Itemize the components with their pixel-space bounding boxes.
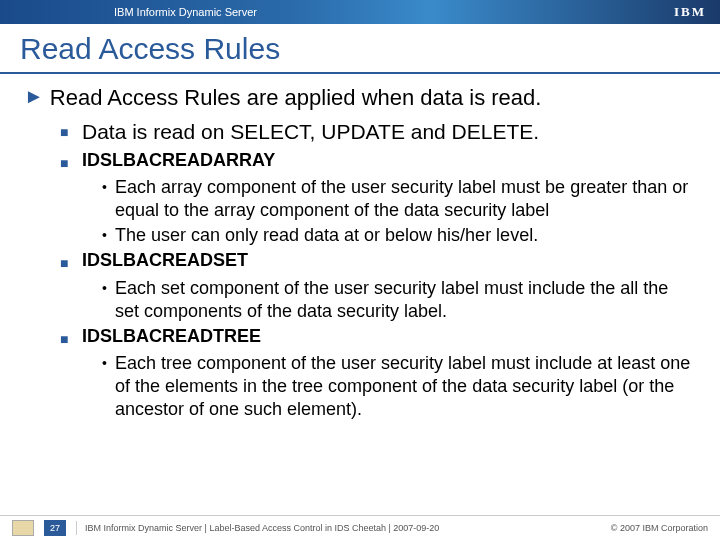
rule-block: ■ IDSLBACREADTREE (60, 325, 696, 348)
rule-point-text: Each set component of the user security … (115, 277, 696, 323)
header-product-title: IBM Informix Dynamic Server (114, 6, 257, 18)
rule-point-text: Each array component of the user securit… (115, 176, 696, 222)
rule-point: • Each tree component of the user securi… (102, 352, 696, 421)
rule-point: • Each set component of the user securit… (102, 277, 696, 323)
square-icon: ■ (60, 155, 72, 171)
square-icon: ■ (60, 331, 72, 347)
bullet-icon: • (102, 179, 107, 195)
header-bar: IBM Informix Dynamic Server IBM (0, 0, 720, 24)
footer-logo-icon (12, 520, 34, 536)
footer-bar: 27 IBM Informix Dynamic Server | Label-B… (0, 515, 720, 540)
ibm-logo: IBM (674, 4, 706, 20)
rule-point: • The user can only read data at or belo… (102, 224, 696, 247)
footer-divider (76, 521, 77, 535)
rule-point: • Each array component of the user secur… (102, 176, 696, 222)
rule-block: ■ IDSLBACREADSET (60, 249, 696, 272)
copyright-text: © 2007 IBM Corporation (611, 523, 708, 533)
slide-title: Read Access Rules (0, 24, 720, 72)
slide-content: ► Read Access Rules are applied when dat… (0, 74, 720, 421)
sub-intro-text: Data is read on SELECT, UPDATE and DELET… (82, 118, 539, 145)
footer-text: IBM Informix Dynamic Server | Label-Base… (85, 523, 611, 533)
square-icon: ■ (60, 255, 72, 271)
rule-point-text: Each tree component of the user security… (115, 352, 696, 421)
rule-name: IDSLBACREADSET (82, 249, 248, 272)
rule-block: ■ IDSLBACREADARRAY (60, 149, 696, 172)
square-icon: ■ (60, 124, 72, 140)
main-text: Read Access Rules are applied when data … (50, 84, 542, 112)
bullet-icon: • (102, 355, 107, 371)
main-bullet: ► Read Access Rules are applied when dat… (24, 84, 696, 112)
arrow-icon: ► (24, 84, 44, 108)
rule-name: IDSLBACREADTREE (82, 325, 261, 348)
rule-point-text: The user can only read data at or below … (115, 224, 538, 247)
sub-bullet-intro: ■ Data is read on SELECT, UPDATE and DEL… (60, 118, 696, 145)
page-number: 27 (44, 520, 66, 536)
rule-name: IDSLBACREADARRAY (82, 149, 275, 172)
bullet-icon: • (102, 280, 107, 296)
bullet-icon: • (102, 227, 107, 243)
